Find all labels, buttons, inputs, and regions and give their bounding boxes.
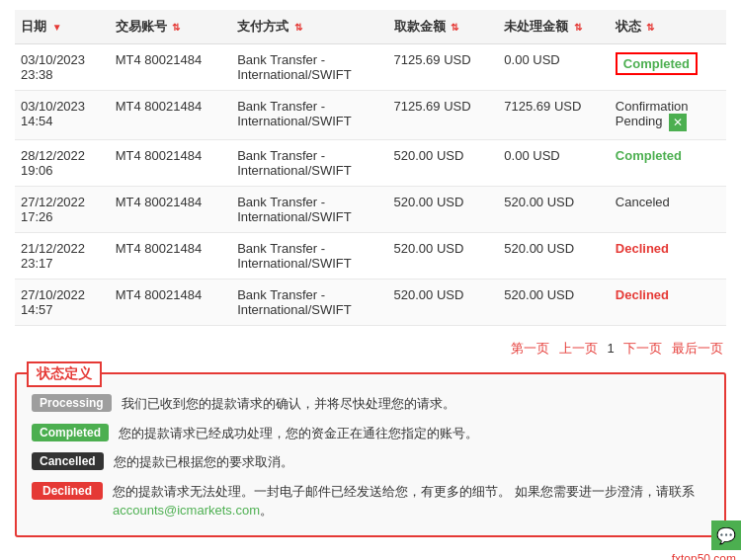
status-def-item: Processing我们已收到您的提款请求的确认，并将尽快处理您的请求。 — [32, 394, 709, 414]
cell-pending-amount: 0.00 USD — [498, 140, 610, 187]
status-def-badge: Declined — [32, 482, 103, 500]
col-amount[interactable]: 取款金额 ⇅ — [388, 10, 499, 44]
table-row: 27/10/2022 14:57MT4 80021484Bank Transfe… — [15, 280, 726, 326]
status-def-description: 我们已收到您的提款请求的确认，并将尽快处理您的请求。 — [122, 394, 455, 414]
status-badge: Canceled — [616, 195, 670, 209]
cell-amount: 520.00 USD — [388, 233, 499, 280]
cell-amount: 7125.69 USD — [388, 91, 499, 140]
cell-payment: Bank Transfer - International/SWIFT — [231, 187, 387, 233]
sort-icon: ⇅ — [172, 22, 180, 33]
cell-payment: Bank Transfer - International/SWIFT — [231, 233, 387, 280]
status-def-description: 您的提款已根据您的要求取消。 — [114, 452, 293, 472]
cell-pending-amount: 520.00 USD — [498, 187, 610, 233]
status-def-badge: Completed — [32, 424, 109, 441]
sort-icon: ⇅ — [294, 22, 302, 33]
status-definitions: 状态定义 Processing我们已收到您的提款请求的确认，并将尽快处理您的请求… — [15, 372, 726, 537]
chat-button[interactable]: 💬 — [711, 520, 741, 550]
cell-date: 27/10/2022 14:57 — [15, 280, 110, 326]
cell-status: Canceled — [610, 187, 726, 233]
status-badge: Declined — [616, 241, 669, 256]
cell-pending-amount: 520.00 USD — [498, 280, 610, 326]
table-header-row: 日期 ▼ 交易账号 ⇅ 支付方式 ⇅ 取款金额 ⇅ 未处理金额 ⇅ — [15, 10, 726, 44]
last-page-link[interactable]: 最后一页 — [672, 341, 723, 356]
cell-status: Declined — [610, 280, 726, 326]
status-def-badge: Processing — [32, 394, 112, 412]
cell-amount: 520.00 USD — [388, 140, 499, 187]
status-badge: Completed — [616, 52, 698, 75]
sort-icon: ⇅ — [574, 22, 582, 33]
sort-icon: ⇅ — [646, 22, 654, 33]
col-account[interactable]: 交易账号 ⇅ — [110, 10, 231, 44]
cancel-button[interactable]: ✕ — [669, 114, 687, 131]
status-def-title: 状态定义 — [27, 361, 102, 387]
transactions-table: 日期 ▼ 交易账号 ⇅ 支付方式 ⇅ 取款金额 ⇅ 未处理金额 ⇅ — [15, 10, 726, 326]
status-badge: Completed — [616, 148, 682, 163]
cell-account: MT4 80021484 — [110, 140, 231, 187]
cell-date: 28/12/2022 19:06 — [15, 140, 110, 187]
cell-account: MT4 80021484 — [110, 280, 231, 326]
sort-icon: ⇅ — [451, 22, 458, 33]
first-page-link[interactable]: 第一页 — [511, 341, 549, 356]
cell-payment: Bank Transfer - International/SWIFT — [231, 280, 387, 326]
sort-icon: ▼ — [52, 22, 62, 33]
cell-amount: 7125.69 USD — [388, 44, 499, 91]
next-page-link[interactable]: 下一页 — [623, 341, 662, 356]
cell-pending-amount: 520.00 USD — [498, 233, 610, 280]
cell-account: MT4 80021484 — [110, 44, 231, 91]
col-payment[interactable]: 支付方式 ⇅ — [231, 10, 387, 44]
table-row: 03/10/2023 23:38MT4 80021484Bank Transfe… — [15, 44, 726, 91]
col-pending[interactable]: 未处理金额 ⇅ — [498, 10, 610, 44]
cell-amount: 520.00 USD — [388, 280, 499, 326]
cell-date: 03/10/2023 23:38 — [15, 44, 110, 91]
cell-status: Declined — [610, 233, 726, 280]
cell-status: Completed — [610, 44, 726, 91]
cell-status: Completed — [610, 140, 726, 187]
cell-payment: Bank Transfer - International/SWIFT — [231, 44, 387, 91]
table-row: 27/12/2022 17:26MT4 80021484Bank Transfe… — [15, 187, 726, 233]
status-def-description: 您的提款请求无法处理。一封电子邮件已经发送给您，有更多的细节。 如果您需要进一步… — [113, 482, 709, 520]
col-status[interactable]: 状态 ⇅ — [610, 10, 726, 44]
table-row: 03/10/2023 14:54MT4 80021484Bank Transfe… — [15, 91, 726, 140]
cell-pending-amount: 7125.69 USD — [498, 91, 610, 140]
status-def-item: Declined您的提款请求无法处理。一封电子邮件已经发送给您，有更多的细节。 … — [32, 482, 709, 520]
status-badge: Declined — [616, 287, 669, 302]
status-def-description: 您的提款请求已经成功处理，您的资金正在通往您指定的账号。 — [119, 424, 478, 443]
cell-payment: Bank Transfer - International/SWIFT — [231, 91, 387, 140]
cell-date: 21/12/2022 23:17 — [15, 233, 110, 280]
cell-payment: Bank Transfer - International/SWIFT — [231, 140, 387, 187]
table-row: 21/12/2022 23:17MT4 80021484Bank Transfe… — [15, 233, 726, 280]
status-def-item: Cancelled您的提款已根据您的要求取消。 — [32, 452, 709, 472]
cell-account: MT4 80021484 — [110, 187, 231, 233]
cell-amount: 520.00 USD — [388, 187, 499, 233]
cell-account: MT4 80021484 — [110, 233, 231, 280]
cell-status: Confirmation Pending✕ — [610, 91, 726, 140]
status-def-badge: Cancelled — [32, 452, 104, 470]
current-page: 1 — [608, 341, 615, 356]
cell-date: 03/10/2023 14:54 — [15, 91, 110, 140]
pagination: 第一页 上一页 1 下一页 最后一页 — [15, 334, 726, 367]
prev-page-link[interactable]: 上一页 — [559, 341, 598, 356]
cell-date: 27/12/2022 17:26 — [15, 187, 110, 233]
status-def-item: Completed您的提款请求已经成功处理，您的资金正在通往您指定的账号。 — [32, 424, 709, 443]
cell-account: MT4 80021484 — [110, 91, 231, 140]
cell-pending-amount: 0.00 USD — [498, 44, 610, 91]
footer-watermark: fxtop50.com — [0, 547, 741, 561]
col-date[interactable]: 日期 ▼ — [15, 10, 110, 44]
table-row: 28/12/2022 19:06MT4 80021484Bank Transfe… — [15, 140, 726, 187]
email-link[interactable]: accounts@icmarkets.com — [113, 503, 260, 518]
